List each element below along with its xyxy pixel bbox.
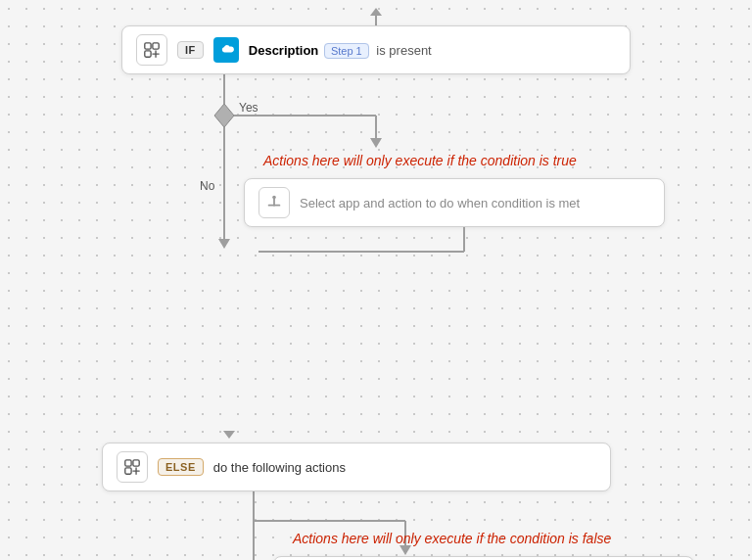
no-hint: Actions here will only execute if the co… xyxy=(293,531,611,546)
else-badge: ELSE xyxy=(158,458,204,476)
condition-text: is present xyxy=(376,43,431,58)
top-arrow xyxy=(370,8,382,16)
no-action-card[interactable]: Select app and action to do when conditi… xyxy=(273,556,694,560)
yes-action-card[interactable]: Select app and action to do when conditi… xyxy=(244,178,665,227)
svg-rect-19 xyxy=(125,468,131,474)
svg-rect-2 xyxy=(145,51,151,57)
svg-rect-1 xyxy=(153,43,159,49)
svg-rect-17 xyxy=(125,460,131,466)
salesforce-icon xyxy=(213,37,239,63)
else-label: do the following actions xyxy=(213,460,346,475)
step-badge: Step 1 xyxy=(324,43,369,59)
flow-container: IF Description Step 1 is present Yes xyxy=(72,0,680,560)
branch-section: Yes No Actions here will only execute if… xyxy=(72,74,680,431)
svg-rect-0 xyxy=(145,43,151,49)
if-node-label: Description Step 1 is present xyxy=(249,43,432,58)
else-arrow xyxy=(223,431,235,439)
svg-marker-11 xyxy=(218,239,230,249)
field-name: Description xyxy=(249,43,319,58)
else-node-icon xyxy=(117,451,148,483)
if-node[interactable]: IF Description Step 1 is present xyxy=(121,25,631,74)
connector-top xyxy=(375,16,377,25)
svg-marker-4 xyxy=(214,104,234,127)
yes-action-text: Select app and action to do when conditi… xyxy=(300,196,580,210)
svg-text:No: No xyxy=(200,179,215,193)
action-icon xyxy=(258,187,290,218)
if-node-icon xyxy=(136,34,167,66)
false-branch-section: Actions here will only execute if the co… xyxy=(72,491,680,560)
if-badge: IF xyxy=(177,41,204,59)
else-node[interactable]: ELSE do the following actions xyxy=(102,443,611,491)
svg-point-14 xyxy=(272,196,276,200)
svg-rect-18 xyxy=(133,460,139,466)
yes-hint: Actions here will only execute if the co… xyxy=(263,153,577,168)
